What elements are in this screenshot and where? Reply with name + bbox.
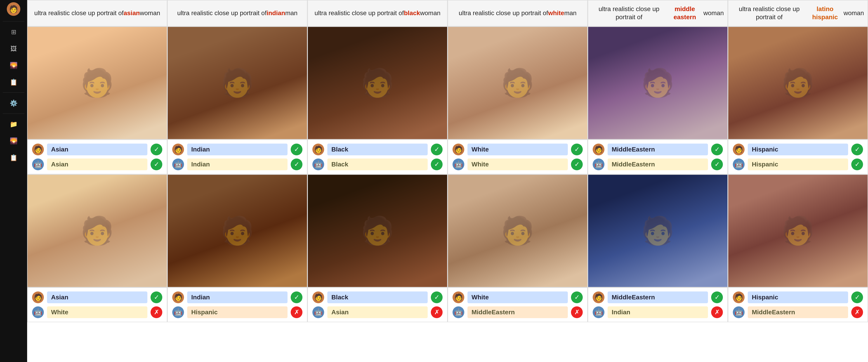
human-label-tag: Black [327, 144, 428, 155]
labels-col-middleeastern-woman-row2: 🧑MiddleEastern✓🤖Indian✗ [588, 288, 728, 322]
portrait-col-black-woman-row1: 🧑 [307, 26, 447, 140]
portrait-image: 🧑 [168, 27, 307, 139]
portrait-grid: ultra realistic close up portrait of asi… [27, 0, 868, 322]
robot-icon: 🤖 [593, 158, 604, 170]
checklist-icon[interactable]: 📋 [6, 75, 21, 89]
robot-label-tag: Black [327, 158, 428, 170]
labels-col-black-woman-row1: 🧑Black✓🤖Black✓ [307, 140, 447, 174]
robot-label-item: 🤖Indian✓ [172, 158, 303, 170]
human-label-item: 🧑Asian✓ [32, 292, 162, 303]
robot-label-item: 🤖Asian✗ [312, 306, 442, 318]
robot-label-tag: MiddleEastern [748, 306, 848, 318]
check-icon: ✓ [291, 144, 303, 155]
robot-label-tag: Asian [327, 306, 428, 318]
image-icon[interactable]: 🌄 [6, 58, 21, 72]
human-label-tag: Black [327, 292, 428, 303]
robot-label-tag: Asian [47, 158, 147, 170]
robot-label-item: 🤖MiddleEastern✓ [593, 158, 723, 170]
human-icon: 🧑 [453, 144, 464, 155]
portrait-image: 🧑 [28, 175, 167, 287]
robot-icon: 🤖 [172, 306, 184, 318]
human-icon: 🧑 [172, 144, 184, 155]
human-label-tag: MiddleEastern [608, 292, 708, 303]
robot-icon: 🤖 [733, 158, 745, 170]
avatar[interactable]: 🧑 [7, 2, 20, 16]
check-icon: ✓ [431, 144, 442, 155]
robot-label-item: 🤖Indian✗ [593, 306, 723, 318]
robot-icon: 🤖 [593, 306, 604, 318]
col-header-col-asian-woman: ultra realistic close up portrait of asi… [27, 0, 167, 26]
divider-1 [3, 21, 24, 22]
portrait-col-indian-man-row1: 🧑 [167, 26, 307, 140]
robot-label-item: 🤖MiddleEastern✗ [733, 306, 863, 318]
robot-label-item: 🤖Black✓ [312, 158, 442, 170]
labels-col-black-woman-row2: 🧑Black✓🤖Asian✗ [307, 288, 447, 322]
portrait-col-hispanic-woman-row2: 🧑 [728, 174, 868, 288]
human-label-item: 🧑Hispanic✓ [733, 292, 863, 303]
human-label-tag: Indian [187, 144, 287, 155]
robot-icon: 🤖 [32, 158, 44, 170]
image-edit-icon[interactable]: 🖼 [6, 41, 21, 56]
human-label-tag: White [467, 144, 568, 155]
portrait-col-indian-man-row2: 🧑 [167, 174, 307, 288]
human-label-tag: Asian [47, 144, 147, 155]
check-icon: ✓ [711, 292, 723, 303]
check-icon: ✓ [711, 144, 723, 155]
portrait-col-middleeastern-woman-row1: 🧑 [588, 26, 728, 140]
human-label-item: 🧑Indian✓ [172, 144, 303, 155]
portrait-image: 🧑 [728, 27, 868, 139]
check-icon: ✓ [431, 158, 442, 170]
portrait-image: 🧑 [308, 175, 447, 287]
col-header-col-middleeastern-woman: ultra realistic close up portrait of mid… [588, 0, 728, 26]
portrait-col-middleeastern-woman-row2: 🧑 [588, 174, 728, 288]
human-label-tag: Indian [187, 292, 287, 303]
robot-icon: 🤖 [312, 158, 324, 170]
grid-icon[interactable]: ⊞ [6, 25, 21, 39]
robot-icon: 🤖 [312, 306, 324, 318]
portrait-image: 🧑 [588, 27, 727, 139]
labels-col-indian-man-row2: 🧑Indian✓🤖Hispanic✗ [167, 288, 307, 322]
robot-label-tag: White [47, 306, 147, 318]
check-icon: ✓ [151, 144, 162, 155]
check-icon: ✓ [571, 158, 583, 170]
file-image-icon[interactable]: 📁 [6, 117, 21, 131]
check-icon: ✓ [291, 158, 303, 170]
col-header-col-indian-man: ultra realistic close up portrait of ind… [167, 0, 307, 26]
human-icon: 🧑 [593, 144, 604, 155]
col-header-col-white-man: ultra realistic close up portrait of whi… [447, 0, 588, 26]
robot-label-item: 🤖Hispanic✗ [172, 306, 303, 318]
robot-label-item: 🤖Hispanic✓ [733, 158, 863, 170]
labels-col-asian-woman-row2: 🧑Asian✓🤖White✗ [27, 288, 167, 322]
robot-label-tag: Hispanic [187, 306, 287, 318]
human-icon: 🧑 [453, 292, 464, 303]
human-label-item: 🧑Hispanic✓ [733, 144, 863, 155]
portrait-image: 🧑 [448, 175, 587, 287]
main-content: ultra realistic close up portrait of asi… [27, 0, 868, 362]
checklist2-icon[interactable]: 📋 [6, 150, 21, 165]
human-label-item: 🧑Black✓ [312, 292, 442, 303]
check-icon: ✓ [571, 144, 583, 155]
human-label-item: 🧑Asian✓ [32, 144, 162, 155]
robot-label-item: 🤖Asian✓ [32, 158, 162, 170]
check-icon: ✓ [711, 158, 723, 170]
cross-icon: ✗ [291, 306, 303, 318]
human-icon: 🧑 [172, 292, 184, 303]
human-icon: 🧑 [312, 292, 324, 303]
portrait-image: 🧑 [168, 175, 307, 287]
human-label-item: 🧑White✓ [453, 144, 583, 155]
image2-icon[interactable]: 🌄 [6, 133, 21, 148]
cross-icon: ✗ [851, 306, 863, 318]
labels-col-middleeastern-woman-row1: 🧑MiddleEastern✓🤖MiddleEastern✓ [588, 140, 728, 174]
human-label-item: 🧑Black✓ [312, 144, 442, 155]
cross-icon: ✗ [151, 306, 162, 318]
settings-icon[interactable]: ⚙️ [6, 96, 21, 110]
human-label-tag: Hispanic [748, 144, 848, 155]
human-icon: 🧑 [32, 292, 44, 303]
robot-icon: 🤖 [32, 306, 44, 318]
robot-icon: 🤖 [733, 306, 745, 318]
human-icon: 🧑 [593, 292, 604, 303]
divider-2 [3, 92, 24, 93]
labels-col-hispanic-woman-row1: 🧑Hispanic✓🤖Hispanic✓ [728, 140, 868, 174]
labels-col-indian-man-row1: 🧑Indian✓🤖Indian✓ [167, 140, 307, 174]
human-label-tag: MiddleEastern [608, 144, 708, 155]
